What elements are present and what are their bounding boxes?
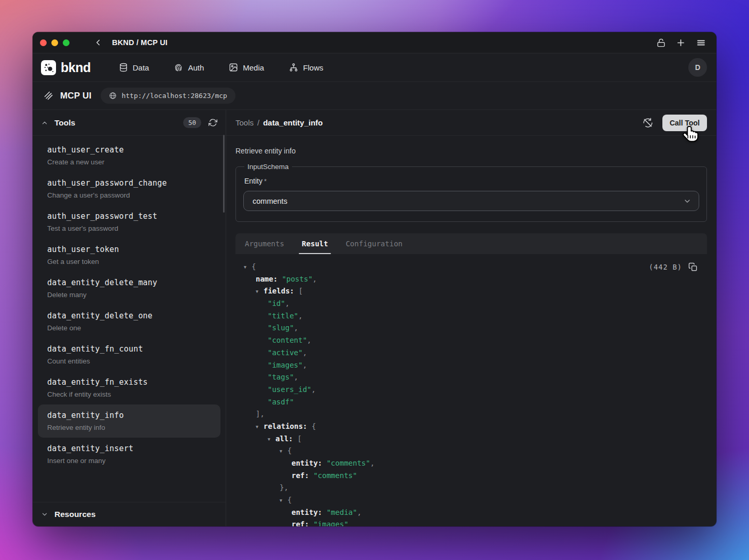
entity-selected-value: comments [253, 197, 287, 205]
back-button[interactable] [93, 38, 103, 47]
sidebar-tool-data_entity_delete_one[interactable]: data_entity_delete_oneDelete one [38, 305, 220, 338]
tab-arguments[interactable]: Arguments [244, 233, 285, 254]
collapse-toggle-icon[interactable]: ▼ [256, 286, 263, 298]
input-schema-fieldset: InputSchema Entity* comments [235, 163, 707, 222]
tool-name: data_entity_delete_one [47, 311, 216, 320]
tool-description: Check if entity exists [47, 390, 216, 398]
resources-section-title: Resources [54, 510, 95, 519]
sidebar-tool-data_entity_insert[interactable]: data_entity_insertInsert one or many [38, 438, 220, 471]
minimize-window-button[interactable] [51, 39, 58, 46]
sidebar-scrollbar-thumb[interactable] [223, 135, 225, 213]
copy-icon [688, 262, 698, 272]
json-line: "asdf" [244, 396, 707, 409]
copy-result-button[interactable] [688, 262, 698, 272]
json-line: "images", [244, 359, 707, 372]
database-icon [119, 63, 128, 72]
new-tab-button[interactable] [676, 38, 686, 48]
input-schema-legend: InputSchema [244, 163, 292, 171]
collapse-toggle-icon[interactable]: ▼ [280, 495, 287, 507]
sidebar-tool-data_entity_delete_many[interactable]: data_entity_delete_manyDelete many [38, 272, 220, 305]
unlock-button[interactable] [657, 38, 665, 47]
json-line: name: "posts", [244, 273, 707, 286]
nav-item-media[interactable]: Media [229, 63, 264, 72]
sidebar-tool-data_entity_fn_count[interactable]: data_entity_fn_countCount entities [38, 338, 220, 371]
chevron-up-icon [41, 119, 48, 127]
json-line: }, [244, 482, 707, 494]
endpoint-url-pill[interactable]: http://localhost:28623/mcp [101, 88, 235, 104]
json-line: ref: "comments" [244, 470, 707, 482]
json-line: ▼all: [ [244, 433, 707, 445]
window-title: BKND / MCP UI [112, 38, 168, 47]
sidebar-tool-data_entity_fn_exists[interactable]: data_entity_fn_existsCheck if entity exi… [38, 371, 220, 404]
collapse-toggle-icon[interactable]: ▼ [244, 261, 252, 274]
mcp-icon [43, 90, 54, 101]
tool-description: Create a new user [47, 158, 216, 166]
json-line: "active", [244, 347, 707, 359]
close-window-button[interactable] [40, 39, 47, 46]
json-line: entity: "media", [244, 507, 707, 519]
sidebar-tool-auth_user_token[interactable]: auth_user_tokenGet a user token [38, 239, 220, 272]
refresh-tools-button[interactable] [209, 118, 217, 127]
breadcrumb-separator: / [257, 118, 259, 127]
chevron-down-icon [41, 511, 48, 518]
tab-configuration[interactable]: Configuration [344, 233, 404, 254]
json-line: ▼fields: [ [244, 285, 707, 298]
tools-sidebar: Tools 50 auth_user_createCreate a new us… [33, 110, 226, 526]
collapse-toggle-icon[interactable]: ▼ [280, 445, 287, 458]
sidebar-tool-auth_user_password_test[interactable]: auth_user_password_testTest a user's pas… [38, 205, 220, 239]
unlock-icon [657, 38, 665, 47]
plus-icon [676, 38, 686, 48]
entity-select[interactable]: comments [243, 191, 699, 211]
tab-result[interactable]: Result [301, 233, 329, 254]
sidebar-tool-auth_user_create[interactable]: auth_user_createCreate a new user [38, 139, 220, 172]
nav-item-auth[interactable]: Auth [174, 63, 204, 72]
collapse-toggle-icon[interactable]: ▼ [268, 433, 275, 446]
menu-button[interactable] [696, 38, 706, 48]
brand-name: bknd [61, 60, 91, 75]
json-line: "tags", [244, 371, 707, 384]
tool-name: auth_user_token [47, 245, 216, 254]
tool-detail-body: Retrieve entity info InputSchema Entity*… [226, 136, 716, 526]
auto-refresh-off-button[interactable] [643, 118, 653, 128]
tools-section-header[interactable]: Tools 50 [33, 110, 226, 136]
desktop-wallpaper: BKND / MCP UI [0, 0, 749, 560]
nav-item-flows[interactable]: Flows [289, 63, 323, 72]
traffic-lights [40, 39, 70, 46]
top-navbar: bknd Data Auth Media Flows [33, 53, 716, 82]
json-line: ▼{ [244, 494, 707, 507]
app-window: BKND / MCP UI [33, 32, 716, 526]
result-size-badge: (442 B) [649, 263, 682, 271]
tool-detail-panel: Tools / data_entity_info Call Tool Retri… [226, 110, 716, 526]
resources-section-header[interactable]: Resources [33, 502, 226, 526]
collapse-toggle-icon[interactable]: ▼ [256, 421, 263, 433]
nav-item-data[interactable]: Data [119, 63, 149, 72]
sidebar-tool-auth_user_password_change[interactable]: auth_user_password_changeChange a user's… [38, 172, 220, 205]
breadcrumb-root[interactable]: Tools [235, 118, 254, 127]
hamburger-menu-icon [696, 38, 706, 48]
user-avatar[interactable]: D [688, 58, 707, 77]
tool-name: data_entity_delete_many [47, 278, 216, 287]
json-line: "slug", [244, 322, 707, 334]
flow-icon [289, 63, 298, 72]
tool-name: auth_user_password_change [47, 178, 216, 188]
tool-description: Retrieve entity info [235, 147, 707, 155]
chevron-left-icon [93, 38, 103, 47]
bknd-logo-icon [41, 60, 56, 75]
zoom-window-button[interactable] [63, 39, 70, 46]
tools-count-badge: 50 [183, 117, 201, 128]
tool-description: Delete many [47, 291, 216, 299]
call-tool-button[interactable]: Call Tool [662, 115, 707, 131]
required-marker: * [264, 177, 267, 185]
json-line: ref: "images" [244, 519, 707, 526]
window-titlebar: BKND / MCP UI [33, 32, 716, 53]
endpoint-url: http://localhost:28623/mcp [121, 92, 227, 100]
page-title: MCP UI [60, 91, 91, 101]
chevron-down-icon [683, 197, 691, 205]
brand-logo[interactable]: bknd [41, 60, 91, 75]
refresh-off-icon [643, 118, 653, 128]
json-line: ▼{ [244, 261, 707, 273]
tool-description: Change a user's password [47, 191, 216, 199]
nav-item-label: Auth [188, 63, 204, 72]
json-line: "title", [244, 310, 707, 323]
sidebar-tool-data_entity_info[interactable]: data_entity_infoRetrieve entity info [38, 404, 220, 438]
